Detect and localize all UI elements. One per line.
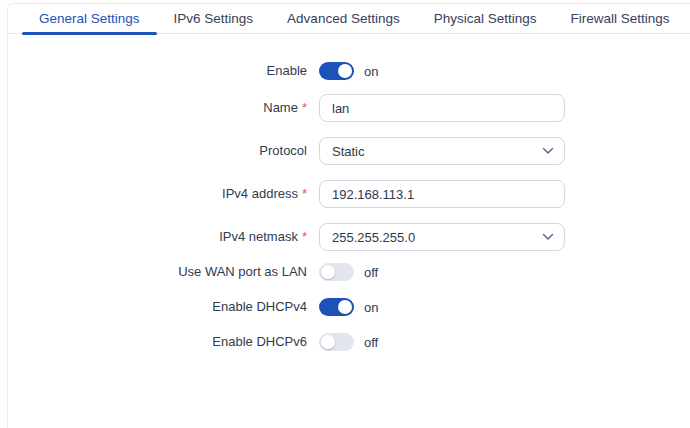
dhcpv4-toggle[interactable] <box>319 298 354 316</box>
protocol-select[interactable]: Static <box>319 137 565 165</box>
settings-tabbar: General Settings IPv6 Settings Advanced … <box>8 4 690 34</box>
settings-card: General Settings IPv6 Settings Advanced … <box>7 3 690 428</box>
chevron-down-icon <box>542 147 554 155</box>
dhcpv4-state-label: on <box>364 300 378 315</box>
tab-ipv6-settings[interactable]: IPv6 Settings <box>157 4 271 33</box>
toggle-knob <box>338 300 352 314</box>
enable-label: Enable <box>8 63 319 79</box>
dhcpv4-label: Enable DHCPv4 <box>8 299 319 315</box>
toggle-knob <box>338 64 352 78</box>
dhcpv4-row: Enable DHCPv4 on <box>8 298 690 316</box>
toggle-knob <box>321 265 335 279</box>
ipv4-netmask-select[interactable]: 255.255.255.0 <box>319 223 565 251</box>
ipv4-address-input[interactable] <box>319 180 565 208</box>
dhcpv6-state-label: off <box>364 335 378 350</box>
enable-row: Enable on <box>8 62 690 80</box>
required-asterisk: * <box>302 229 307 244</box>
ipv4-netmask-select-value: 255.255.255.0 <box>332 230 415 245</box>
ipv4-netmask-label: IPv4 netmask* <box>8 229 319 245</box>
required-asterisk: * <box>302 186 307 201</box>
dhcpv6-toggle[interactable] <box>319 333 354 351</box>
protocol-label: Protocol <box>8 143 319 159</box>
ipv4-netmask-row: IPv4 netmask* 255.255.255.0 <box>8 223 690 251</box>
ipv4-address-row: IPv4 address* <box>8 180 690 208</box>
tab-physical-settings[interactable]: Physical Settings <box>417 4 554 33</box>
toggle-knob <box>321 335 335 349</box>
name-label: Name* <box>8 100 319 116</box>
ipv4-address-label-text: IPv4 address <box>222 186 298 201</box>
general-settings-form: Enable on Name* Protocol Static <box>8 34 690 351</box>
chevron-down-icon <box>542 233 554 241</box>
ipv4-address-label: IPv4 address* <box>8 186 319 202</box>
wan-as-lan-label: Use WAN port as LAN <box>8 264 319 280</box>
enable-state-label: on <box>364 64 378 79</box>
wan-as-lan-toggle[interactable] <box>319 263 354 281</box>
wan-as-lan-row: Use WAN port as LAN off <box>8 263 690 281</box>
protocol-select-value: Static <box>332 144 365 159</box>
dhcpv6-row: Enable DHCPv6 off <box>8 333 690 351</box>
dhcpv6-label: Enable DHCPv6 <box>8 334 319 350</box>
name-label-text: Name <box>263 100 298 115</box>
enable-toggle[interactable] <box>319 62 354 80</box>
name-row: Name* <box>8 94 690 122</box>
name-input[interactable] <box>319 94 565 122</box>
required-asterisk: * <box>302 100 307 115</box>
protocol-row: Protocol Static <box>8 137 690 165</box>
ipv4-netmask-label-text: IPv4 netmask <box>219 229 298 244</box>
tab-general-settings[interactable]: General Settings <box>22 4 157 33</box>
tab-advanced-settings[interactable]: Advanced Settings <box>270 4 417 33</box>
wan-as-lan-state-label: off <box>364 265 378 280</box>
tab-firewall-settings[interactable]: Firewall Settings <box>554 4 687 33</box>
